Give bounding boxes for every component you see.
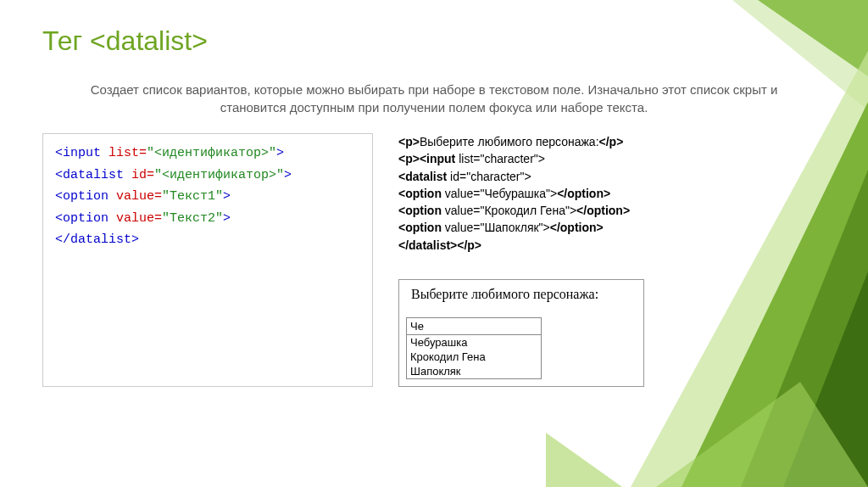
preview-label: Выберите любимого персонажа: (411, 287, 640, 302)
code-line: <p><input list="character"> (398, 150, 826, 167)
code-line: <option value="Крокодил Гена"></option> (398, 202, 826, 219)
code-line: <input list="<идентификатор>"> (55, 143, 360, 165)
code-line: </datalist> (55, 229, 360, 251)
code-line: <p>Выберите любимого персонажа:</p> (398, 133, 826, 150)
code-line: <datalist id="<идентификатор>"> (55, 165, 360, 187)
code-line: <option value="Текст2"> (55, 208, 360, 230)
code-line: <option value="Чебурашка"></option> (398, 185, 826, 202)
description-text: Создает список вариантов, которые можно … (76, 81, 792, 116)
list-item[interactable]: Шапокляк (407, 364, 541, 378)
character-input[interactable] (406, 317, 542, 335)
preview-box: Выберите любимого персонажа: Чебурашка К… (398, 279, 644, 387)
list-item[interactable]: Крокодил Гена (407, 350, 541, 364)
page-title: Тег <datalist> (42, 25, 826, 57)
code-line: <datalist id="character"> (398, 168, 826, 185)
svg-marker-7 (656, 382, 868, 487)
list-item[interactable]: Чебурашка (407, 335, 541, 350)
syntax-code-block: <input list="<идентификатор>"> <datalist… (42, 133, 373, 387)
code-line: </datalist></p> (398, 237, 826, 254)
example-code-block: <p>Выберите любимого персонажа:</p> <p><… (398, 133, 826, 254)
code-line: <option value="Текст1"> (55, 186, 360, 208)
code-line: <option value="Шапокляк"></option> (398, 219, 826, 236)
svg-marker-6 (546, 433, 622, 487)
datalist-dropdown[interactable]: Чебурашка Крокодил Гена Шапокляк (406, 334, 542, 379)
